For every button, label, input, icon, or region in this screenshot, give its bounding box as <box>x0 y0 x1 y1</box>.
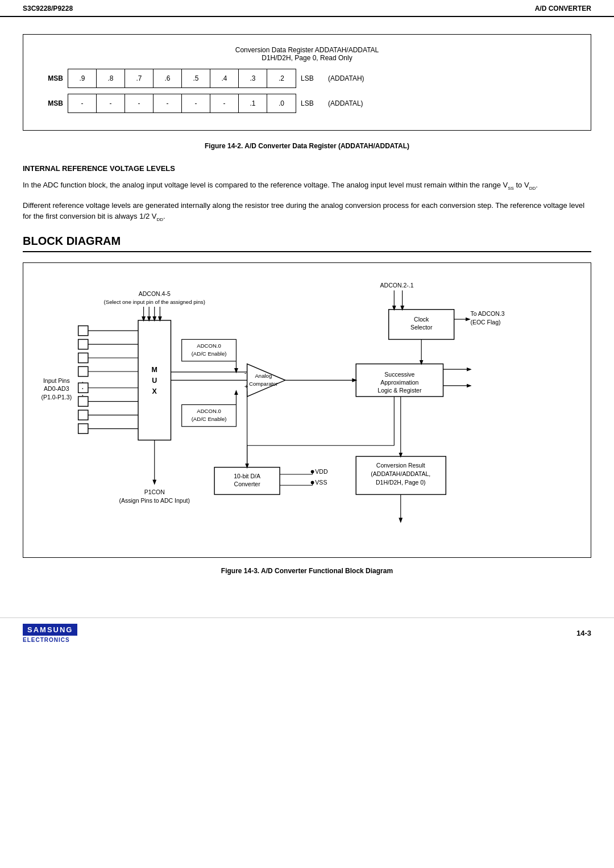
svg-rect-6 <box>78 410 88 420</box>
svg-text:Approximation: Approximation <box>380 379 418 386</box>
reg-cell: - <box>97 94 125 112</box>
svg-text:M: M <box>152 366 157 374</box>
register-title-line1: Conversion Data Register ADDATAH/ADDATAL <box>40 46 574 54</box>
reg-cells-1: .9 .8 .7 .6 .5 .4 .3 .2 <box>68 69 296 88</box>
reg-cell: - <box>68 94 97 112</box>
register-row-2: MSB - - - - - - .1 .0 LSB (ADDATAL) <box>40 94 574 113</box>
reg-cell: .4 <box>210 69 239 87</box>
svg-text:X: X <box>152 387 157 395</box>
reg-cell: .5 <box>182 69 210 87</box>
reg-suffix-1: LSB <box>301 74 323 82</box>
svg-point-74 <box>311 470 314 473</box>
reg-cell: - <box>210 94 239 112</box>
page-header: S3C9228/P9228 A/D CONVERTER <box>0 0 614 17</box>
svg-text:-: - <box>244 369 247 375</box>
svg-rect-1 <box>78 339 88 349</box>
svg-point-78 <box>311 481 314 484</box>
page-number: 14-3 <box>576 629 591 637</box>
svg-text:Selector: Selector <box>410 324 433 331</box>
svg-text:ADCON.0: ADCON.0 <box>197 407 221 414</box>
svg-text:Comparator: Comparator <box>249 381 278 387</box>
svg-text:(EOC Flag): (EOC Flag) <box>470 318 500 325</box>
block-diagram-caption: Figure 14-3. A/D Converter Functional Bl… <box>23 567 591 575</box>
svg-text:10-bit D/A: 10-bit D/A <box>234 472 260 479</box>
svg-rect-7 <box>78 424 88 433</box>
reg-cell: - <box>182 94 210 112</box>
diagram-box: Input Pins AD0-AD3 (P1.0-P1.3) · · · M U… <box>23 262 591 558</box>
svg-text:(ADDATAH/ADDATAL,: (ADDATAH/ADDATAL, <box>371 470 430 477</box>
header-right: A/D CONVERTER <box>535 5 591 12</box>
svg-text:Analog: Analog <box>255 372 272 378</box>
internal-ref-para2: Different reference voltage levels are g… <box>23 200 591 223</box>
svg-text:(AD/C Enable): (AD/C Enable) <box>192 350 227 357</box>
svg-text:Successive: Successive <box>384 370 414 377</box>
svg-rect-3 <box>78 366 88 376</box>
svg-rect-0 <box>78 326 88 335</box>
reg-cell: .1 <box>239 94 267 112</box>
register-figure-caption: Figure 14-2. A/D Converter Data Register… <box>23 142 591 150</box>
svg-text:(Assign Pins to ADC Input): (Assign Pins to ADC Input) <box>119 497 190 504</box>
svg-text:·: · <box>81 390 84 399</box>
reg-cell: .2 <box>267 69 296 87</box>
header-left: S3C9228/P9228 <box>23 5 73 12</box>
reg-label-1: MSB <box>40 74 63 82</box>
register-box: Conversion Data Register ADDATAH/ADDATAL… <box>23 34 591 131</box>
reg-name-2: (ADDATAL) <box>328 99 363 107</box>
reg-cell: - <box>125 94 154 112</box>
page-content: Conversion Data Register ADDATAH/ADDATAL… <box>0 34 614 612</box>
ad0-ad3-label: AD0-AD3 <box>44 385 69 392</box>
svg-text:Clock: Clock <box>414 316 429 323</box>
samsung-sub: ELECTRONICS <box>23 637 70 643</box>
reg-name-1: (ADDATAH) <box>328 74 364 82</box>
internal-ref-para1: In the ADC function block, the analog in… <box>23 180 591 192</box>
svg-text:VDD: VDD <box>315 468 328 475</box>
block-diagram-svg: Input Pins AD0-AD3 (P1.0-P1.3) · · · M U… <box>35 274 579 546</box>
svg-rect-2 <box>78 353 88 362</box>
samsung-logo: SAMSUNG ELECTRONICS <box>23 624 77 643</box>
reg-cells-2: - - - - - - .1 .0 <box>68 94 296 113</box>
svg-text:D1H/D2H, Page 0): D1H/D2H, Page 0) <box>376 479 426 486</box>
svg-text:VSS: VSS <box>315 479 327 486</box>
p10-p13-label: (P1.0-P1.3) <box>41 394 72 400</box>
svg-text:ADCON.0: ADCON.0 <box>197 343 221 349</box>
reg-cell: .6 <box>154 69 182 87</box>
reg-cell: .3 <box>239 69 267 87</box>
reg-cell: .0 <box>267 94 296 112</box>
svg-text:U: U <box>152 377 157 385</box>
register-title-line2: D1H/D2H, Page 0, Read Only <box>40 54 574 62</box>
reg-cell: - <box>154 94 182 112</box>
svg-text:Conversion Result: Conversion Result <box>376 461 425 468</box>
svg-text:ADCON.2-.1: ADCON.2-.1 <box>380 282 414 289</box>
svg-text:P1CON: P1CON <box>144 489 165 495</box>
input-pins-label: Input Pins <box>43 377 70 384</box>
svg-text:(Select one input pin of the a: (Select one input pin of the assigned pi… <box>104 299 205 305</box>
register-row-1: MSB .9 .8 .7 .6 .5 .4 .3 .2 LSB (ADDATAH… <box>40 69 574 88</box>
internal-ref-heading: INTERNAL REFERENCE VOLTAGE LEVELS <box>23 164 591 173</box>
block-diagram-title: BLOCK DIAGRAM <box>23 235 591 252</box>
reg-cell: .7 <box>125 69 154 87</box>
svg-text:(AD/C Enable): (AD/C Enable) <box>192 416 227 422</box>
reg-suffix-2: LSB <box>301 99 323 107</box>
register-title: Conversion Data Register ADDATAH/ADDATAL… <box>40 46 574 62</box>
svg-text:To ADCON.3: To ADCON.3 <box>470 310 504 317</box>
svg-text:Logic & Register: Logic & Register <box>377 387 422 394</box>
svg-text:ADCON.4-5: ADCON.4-5 <box>139 290 171 297</box>
reg-label-2: MSB <box>40 99 63 107</box>
page-footer: SAMSUNG ELECTRONICS 14-3 <box>0 617 614 649</box>
reg-cell: .9 <box>68 69 97 87</box>
reg-cell: .8 <box>97 69 125 87</box>
svg-text:+: + <box>244 382 248 389</box>
svg-text:Converter: Converter <box>234 481 261 487</box>
samsung-brand: SAMSUNG <box>23 624 77 636</box>
